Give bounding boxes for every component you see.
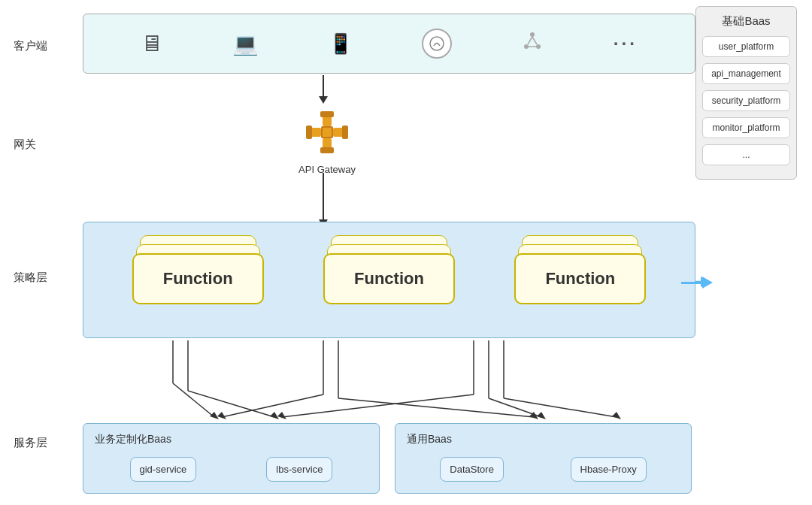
function-stack-2: Function — [323, 235, 455, 325]
service-label: 服务层 — [14, 436, 47, 450]
monitor-icon: 🖥 — [141, 31, 163, 56]
svg-marker-12 — [270, 412, 279, 419]
svg-line-20 — [282, 395, 474, 417]
function-card-front-2: Function — [323, 253, 455, 304]
baas-item-more: ... — [702, 144, 790, 165]
svg-point-29 — [530, 32, 535, 37]
more-icon: ··· — [614, 33, 638, 54]
general-service-items: DataStore Hbase-Proxy — [407, 457, 680, 482]
baas-item-user-platform: user_platform — [702, 36, 790, 57]
hbase-proxy-item: Hbase-Proxy — [571, 457, 647, 482]
business-baas-title: 业务定制化Baas — [95, 433, 368, 446]
svg-line-11 — [188, 391, 274, 417]
laptop-icon: 💻 — [232, 32, 259, 56]
svg-rect-44 — [323, 128, 332, 137]
function-stack-3: Function — [514, 235, 646, 325]
svg-marker-1 — [319, 96, 328, 104]
svg-line-17 — [338, 398, 534, 417]
datastore-item: DataStore — [440, 457, 504, 482]
service-row: 业务定制化Baas gid-service lbs-service 通用Baas… — [83, 423, 692, 494]
blue-arrow-to-baas — [681, 277, 713, 289]
phone-icon: 📱 — [329, 32, 353, 56]
svg-line-26 — [504, 398, 617, 417]
gateway-label: 网关 — [14, 138, 36, 152]
svg-rect-37 — [320, 111, 334, 117]
baas-panel: 基础Baas user_platform api_management secu… — [695, 6, 797, 180]
gateway-area: API Gateway — [267, 105, 387, 175]
general-baas-title: 通用Baas — [407, 433, 680, 446]
function-stack-1: Function — [132, 235, 264, 325]
strategy-label: 策略层 — [14, 271, 47, 285]
client-label: 客户端 — [14, 39, 47, 53]
miniapp-icon — [422, 29, 452, 59]
business-service-items: gid-service lbs-service — [95, 457, 368, 482]
general-baas-box: 通用Baas DataStore Hbase-Proxy — [395, 423, 692, 494]
iota-icon — [521, 30, 544, 57]
function-card-front-3: Function — [514, 253, 646, 304]
baas-item-api-management: api_management — [702, 63, 790, 84]
function-card-front-1: Function — [132, 253, 264, 304]
svg-marker-24 — [537, 412, 546, 419]
svg-line-8 — [173, 383, 214, 417]
svg-marker-18 — [529, 412, 538, 419]
svg-marker-21 — [277, 412, 286, 419]
business-baas-box: 业务定制化Baas gid-service lbs-service — [83, 423, 380, 494]
svg-marker-9 — [210, 412, 219, 419]
lbs-service-item: lbs-service — [266, 457, 332, 482]
svg-rect-43 — [342, 125, 348, 139]
strategy-box: Function Function Function — [83, 222, 695, 338]
gateway-label-text: API Gateway — [298, 164, 356, 175]
svg-line-23 — [489, 398, 541, 417]
svg-marker-15 — [217, 412, 226, 419]
baas-title: 基础Baas — [702, 14, 790, 29]
baas-item-monitor-platform: monitor_platform — [702, 117, 790, 138]
baas-item-security-platform: security_platform — [702, 90, 790, 111]
client-box: 🖥 💻 📱 ··· — [83, 14, 695, 74]
svg-rect-39 — [320, 147, 334, 153]
gid-service-item: gid-service — [130, 457, 197, 482]
svg-line-33 — [532, 37, 537, 44]
svg-line-14 — [222, 395, 323, 417]
svg-marker-27 — [612, 412, 621, 419]
diagram-container: 客户端 网关 策略层 服务层 🖥 💻 📱 ··· — [0, 0, 812, 505]
api-gateway-icon — [300, 105, 354, 159]
svg-line-32 — [528, 37, 532, 44]
svg-rect-41 — [306, 125, 312, 139]
